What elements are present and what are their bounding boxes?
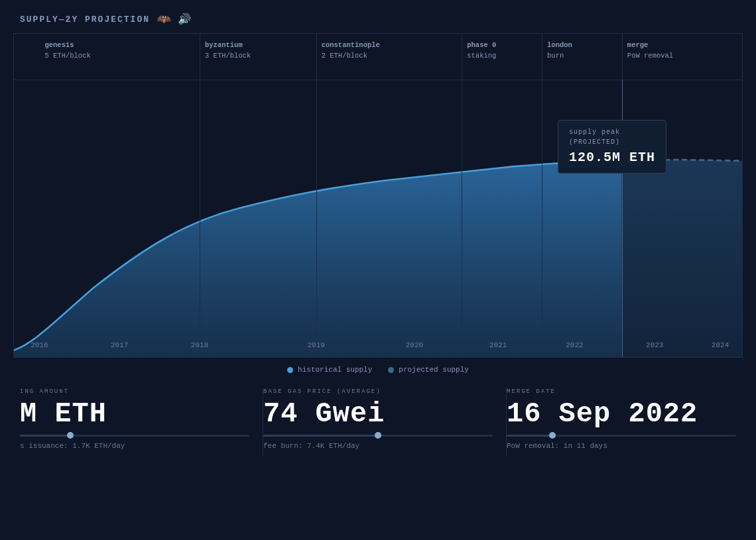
x-label-2016: 2016 [31,341,48,349]
legend-projected: projected supply [388,366,469,374]
epoch-divider [542,34,542,357]
stat-value-merge: 16 Sep 2022 [507,399,736,429]
supply-peak-tooltip: supply peak (PROJECTED) 120.5M ETH [558,120,666,174]
tooltip-value: 120.5M ETH [569,150,655,165]
epoch-labels: genesis5 ETH/blockbyzantium3 ETH/blockco… [14,34,742,80]
x-axis: 201620172018201920202021202220232024 [14,333,742,357]
epoch-divider [462,34,462,357]
stat-label-staking: ING AMOUNT [20,388,249,395]
epoch-genesis: genesis5 ETH/block [39,40,90,62]
sound-icon[interactable]: 🔊 [178,13,191,26]
epoch-constantinople: constantinople2 ETH/block [316,40,380,62]
epoch-divider [200,34,200,357]
stat-merge: MERGE DATE 16 Sep 2022 PoW removal: in 1… [507,388,736,457]
stat-sub-gas: fee burn: 7.4K ETH/day [263,442,493,450]
stat-gas: BASE GAS PRICE (AVERAGE) 74 Gwei fee bur… [263,388,507,457]
projected-dot [388,367,394,373]
stat-sub-merge: PoW removal: in 11 days [507,442,736,450]
tooltip-title: supply peak [569,129,655,136]
stat-value-gas: 74 Gwei [263,399,493,429]
stat-label-merge: MERGE DATE [507,388,736,395]
epoch-phase0: phase 0staking [462,40,496,62]
page-title: SUPPLY—2Y PROJECTION [20,15,150,25]
stat-label-gas: BASE GAS PRICE (AVERAGE) [263,388,493,395]
x-label-2023: 2023 [646,341,663,349]
chart-area: genesis5 ETH/blockbyzantium3 ETH/blockco… [13,33,743,358]
epoch-merge: mergePoW removal [622,40,673,62]
legend-historical: historical supply [287,366,372,374]
bat-icon: 🦇 [157,12,171,27]
stat-sub-staking: s issuance: 1.7K ETH/day [20,442,249,450]
projected-label: projected supply [399,366,469,374]
chart-legend: historical supply projected supply [0,358,756,379]
epoch-byzantium: byzantium3 ETH/block [200,40,251,62]
header: SUPPLY—2Y PROJECTION 🦇 🔊 [0,0,756,33]
epoch-divider [316,34,317,357]
x-label-2020: 2020 [406,341,423,349]
projected-area [621,160,742,357]
x-label-2024: 2024 [712,341,729,349]
stat-staking: ING AMOUNT M ETH s issuance: 1.7K ETH/da… [20,388,263,457]
stat-slider-merge[interactable] [507,435,736,437]
x-label-2017: 2017 [111,341,128,349]
epoch-london: londonburn [542,40,572,62]
stats-bar: ING AMOUNT M ETH s issuance: 1.7K ETH/da… [0,379,756,457]
stat-value-staking: M ETH [20,399,249,429]
historical-label: historical supply [298,366,372,374]
x-label-2022: 2022 [566,341,583,349]
historical-dot [287,367,293,373]
tooltip-subtitle: (PROJECTED) [569,138,655,146]
stat-slider-gas[interactable] [263,435,493,437]
x-label-2021: 2021 [489,341,507,349]
stat-slider-staking[interactable] [20,435,249,437]
x-label-2019: 2019 [307,341,324,349]
x-label-2018: 2018 [191,341,208,349]
